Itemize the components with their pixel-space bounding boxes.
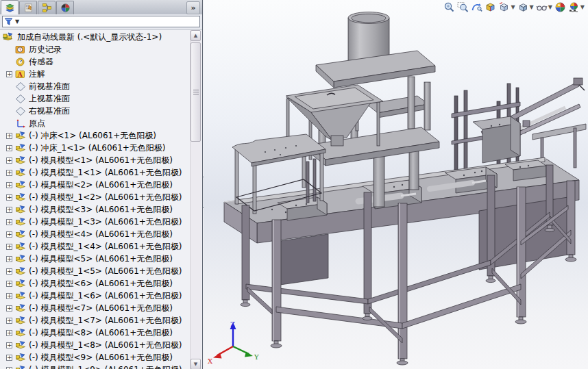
tree-item[interactable]: +注解 — [0, 68, 191, 80]
part-icon — [15, 303, 26, 314]
tree-item[interactable]: +(-) 模具模型<8> (AL6061+无色阳极) — [0, 327, 191, 339]
tree-item[interactable]: +(-) 模具模型<6> (AL6061+无色阳极) — [0, 277, 191, 290]
expand-plus-icon[interactable]: + — [6, 355, 12, 361]
expand-plus-icon[interactable]: + — [6, 194, 12, 201]
previous-view-button[interactable] — [470, 1, 483, 14]
expand-plus-icon[interactable]: + — [6, 268, 12, 275]
dropdown-caret-icon[interactable]: ▼ — [548, 5, 552, 10]
tree-root-item[interactable]: 加成自动线最新 (.<默认_显示状态-1>) — [0, 31, 191, 43]
expand-plus-icon[interactable]: + — [6, 281, 12, 287]
tree-item[interactable]: +(-) 模具模型<2> (AL6061+无色阳极) — [0, 179, 191, 191]
tree-item[interactable]: +(-) 模具模型_1<2> (AL6061+无色阳极) — [0, 191, 191, 203]
tree-item[interactable]: +(-) 模具模型<9> (AL6061+无色阳极) — [0, 351, 191, 364]
scroll-down-button[interactable]: ▼ — [191, 359, 201, 369]
expand-plus-icon[interactable]: + — [6, 367, 12, 369]
tree-filter-input[interactable]: ▼ — [2, 16, 200, 27]
apply-scene-icon — [568, 1, 580, 13]
dropdown-caret-icon[interactable]: ▼ — [511, 5, 515, 10]
tree-scrollbar[interactable]: ▲ ▼ — [190, 30, 201, 369]
part-icon — [15, 254, 26, 264]
tree-item[interactable]: +(-) 模具模型_1<8> (AL6061+无色阳极) — [0, 339, 191, 351]
scrollbar-thumb[interactable] — [191, 42, 201, 142]
part-icon — [15, 340, 26, 351]
expand-plus-icon[interactable]: + — [6, 182, 12, 188]
tree-item[interactable]: +(-) 模具模型_1<9> (AL6061+无色阳极) — [0, 364, 191, 369]
panel-tabs-overflow-button[interactable]: » — [186, 1, 200, 14]
expand-plus-icon[interactable]: + — [6, 207, 12, 213]
part-icon — [15, 180, 26, 190]
display-style-button[interactable]: ▼ — [517, 1, 535, 14]
tree-item[interactable]: +(-) 模具模型_1<3> (AL6061+无色阳极) — [0, 216, 191, 228]
configurationmanager-tab[interactable] — [38, 1, 56, 14]
expand-plus-icon[interactable]: + — [6, 293, 12, 299]
featuremanager-tab[interactable] — [1, 0, 19, 14]
triad-y-label: Y — [254, 353, 259, 361]
expand-plus-icon[interactable]: + — [6, 219, 12, 225]
tree-item-label: (-) 模具模型<9> (AL6061+无色阳极) — [29, 352, 173, 364]
dropdown-caret-icon[interactable]: ▼ — [530, 5, 534, 10]
tree-item-label: 注解 — [29, 68, 45, 80]
tree-item-label: 原点 — [29, 118, 45, 129]
tree-item[interactable]: +(-) 模具模型_1<5> (AL6061+无色阳极) — [0, 265, 191, 277]
tree-item[interactable]: 原点 — [0, 117, 191, 129]
view-orientation-icon — [498, 1, 510, 13]
tree-item-label: (-) 冲床_1<1> (AL6061+无色阳极) — [29, 142, 166, 154]
tree-item[interactable]: +(-) 模具模型_1<1> (AL6061+无色阳极) — [0, 166, 191, 179]
expand-plus-icon[interactable]: + — [6, 71, 12, 77]
tree-item[interactable]: +(-) 模具模型<1> (AL6061+无色阳极) — [0, 154, 191, 166]
apply-scene-button[interactable]: ▼ — [567, 1, 585, 14]
hide-show-items-button[interactable]: ▼ — [535, 1, 553, 14]
triad-z-label: Z — [230, 320, 235, 328]
tree-item[interactable]: 前视基准面 — [0, 80, 191, 92]
tree-item[interactable]: 传感器 — [0, 55, 191, 68]
part-icon — [15, 131, 26, 141]
tree-item-label: 上视基准面 — [29, 93, 70, 105]
tree-item[interactable]: 历史记录 — [0, 43, 191, 55]
expand-plus-icon[interactable]: + — [6, 342, 12, 348]
expand-plus-icon[interactable]: + — [6, 145, 12, 151]
displaymanager-tab[interactable] — [56, 1, 74, 14]
zoom-to-area-button[interactable] — [456, 1, 469, 14]
tree-item[interactable]: +(-) 模具模型<3> (AL6061+无色阳极) — [0, 203, 191, 216]
graphics-viewport[interactable]: Z X Y ▼▼▼▼ — [204, 0, 588, 369]
propertymanager-icon — [23, 3, 34, 13]
zoom-to-fit-button[interactable] — [443, 1, 456, 14]
tree-item[interactable]: +(-) 模具模型<5> (AL6061+无色阳极) — [0, 253, 191, 265]
tree-item-label: (-) 模具模型<8> (AL6061+无色阳极) — [29, 327, 173, 339]
part-icon — [15, 353, 26, 363]
edit-appearance-button[interactable] — [554, 1, 567, 14]
expand-plus-icon[interactable]: + — [6, 157, 12, 164]
section-view-button[interactable] — [484, 1, 497, 14]
tree-item-label: 传感器 — [29, 56, 53, 68]
tree-item[interactable]: +(-) 模具模型_1<7> (AL6061+无色阳极) — [0, 314, 191, 327]
expand-plus-icon[interactable]: + — [6, 244, 12, 250]
history-folder-icon — [15, 44, 26, 55]
expand-plus-icon[interactable]: + — [6, 256, 12, 262]
part-icon — [15, 266, 26, 277]
plane-icon — [15, 106, 26, 116]
expand-plus-icon[interactable]: + — [6, 330, 12, 336]
part-icon — [15, 229, 26, 240]
tree-item[interactable]: +(-) 冲床<1> (AL6061+无色阳极) — [0, 129, 191, 142]
tree-item[interactable]: +(-) 模具模型<4> (AL6061+无色阳极) — [0, 228, 191, 240]
dropdown-caret-icon[interactable]: ▼ — [580, 5, 585, 10]
expand-plus-icon[interactable]: + — [6, 318, 12, 324]
expand-plus-icon[interactable]: + — [6, 231, 12, 238]
tree-item[interactable]: +(-) 冲床_1<1> (AL6061+无色阳极) — [0, 142, 191, 154]
expand-plus-icon[interactable]: + — [6, 170, 12, 176]
scroll-up-button[interactable]: ▲ — [191, 30, 201, 41]
tree-item[interactable]: 右视基准面 — [0, 105, 191, 117]
machine-3d-model[interactable]: Z X Y — [204, 0, 588, 369]
part-icon — [15, 328, 26, 338]
expand-plus-icon[interactable]: + — [6, 133, 12, 139]
tree-item-label: (-) 模具模型<5> (AL6061+无色阳极) — [29, 253, 173, 265]
tree-item-label: 右视基准面 — [29, 105, 70, 117]
view-orientation-button[interactable]: ▼ — [498, 1, 515, 14]
expand-plus-icon[interactable]: + — [6, 305, 12, 311]
tree-item[interactable]: +(-) 模具模型_1<4> (AL6061+无色阳极) — [0, 240, 191, 253]
propertymanager-tab[interactable] — [19, 1, 37, 14]
filter-dropdown-caret[interactable]: ▼ — [15, 19, 19, 25]
tree-item[interactable]: 上视基准面 — [0, 92, 191, 105]
tree-item[interactable]: +(-) 模具模型_1<6> (AL6061+无色阳极) — [0, 290, 191, 302]
tree-item[interactable]: +(-) 模具模型<7> (AL6061+无色阳极) — [0, 302, 191, 314]
